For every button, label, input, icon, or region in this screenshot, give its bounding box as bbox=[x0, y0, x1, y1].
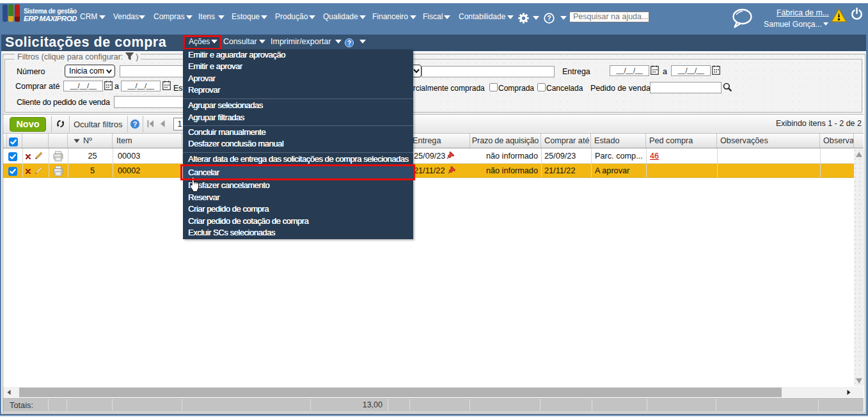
svg-text:?: ? bbox=[547, 14, 551, 22]
svg-text:?: ? bbox=[133, 120, 138, 128]
svg-text:?: ? bbox=[347, 40, 351, 47]
